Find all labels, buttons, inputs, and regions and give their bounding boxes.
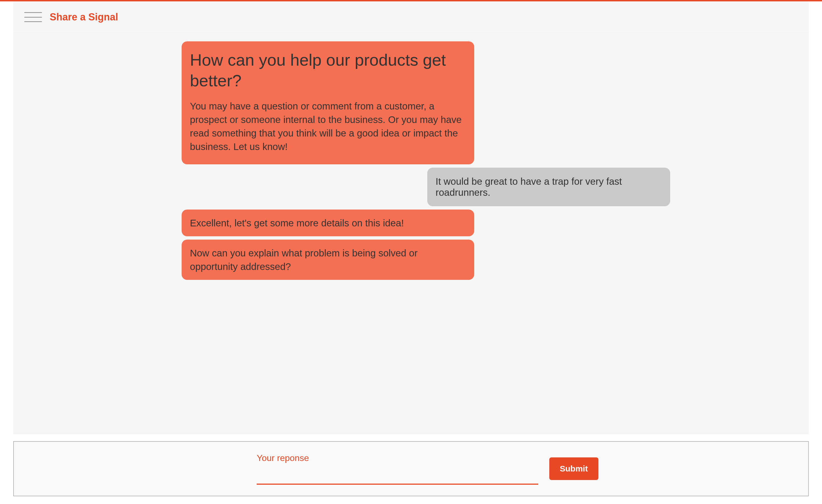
menu-icon-line xyxy=(24,17,42,18)
user-message-text: It would be great to have a trap for ver… xyxy=(436,176,662,198)
bot-message-text: Excellent, let's get some more details o… xyxy=(190,216,466,230)
user-message: It would be great to have a trap for ver… xyxy=(427,168,670,206)
bot-message: Now can you explain what problem is bein… xyxy=(181,240,474,280)
response-input[interactable] xyxy=(257,471,538,485)
response-input-panel: Your reponse Submit xyxy=(13,441,809,496)
page-wrapper: Share a Signal How can you help our prod… xyxy=(13,1,809,434)
response-input-wrap: Your reponse xyxy=(257,453,538,485)
bot-intro-body: You may have a question or comment from … xyxy=(190,99,466,153)
response-input-label: Your reponse xyxy=(257,453,538,463)
bot-message-text: Now can you explain what problem is bein… xyxy=(190,246,466,273)
page-title: Share a Signal xyxy=(50,11,118,23)
menu-icon-line xyxy=(24,21,42,22)
menu-icon[interactable] xyxy=(24,12,42,22)
submit-button[interactable]: Submit xyxy=(549,457,598,480)
menu-icon-line xyxy=(24,12,42,13)
bot-intro-heading: How can you help our products get better… xyxy=(190,50,466,91)
header-bar: Share a Signal xyxy=(13,1,809,33)
chat-area: How can you help our products get better… xyxy=(13,33,809,283)
bot-message-intro: How can you help our products get better… xyxy=(181,41,474,164)
bot-message: Excellent, let's get some more details o… xyxy=(181,210,474,236)
